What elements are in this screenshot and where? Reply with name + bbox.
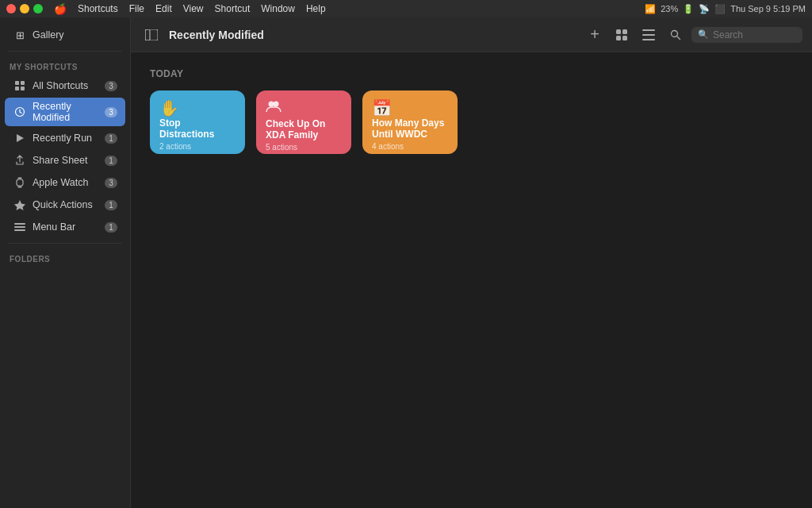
svg-rect-8 — [18, 187, 22, 188]
sidebar-item-gallery[interactable]: ⊞ Gallery — [5, 25, 125, 45]
shortcut-card-xda-family[interactable]: Check Up On XDA Family 5 actions — [256, 90, 351, 154]
svg-rect-13 — [145, 29, 150, 40]
sidebar-label-recently-run: Recently Run — [33, 133, 105, 144]
badge-quick-actions: 1 — [105, 200, 117, 210]
grid-view-button[interactable] — [611, 24, 633, 46]
main-content: Recently Modified + — [131, 17, 812, 508]
menu-help[interactable]: Help — [306, 3, 326, 14]
sidebar-item-apple-watch[interactable]: Apple Watch 3 — [5, 172, 125, 193]
badge-share-sheet: 1 — [105, 156, 117, 166]
stop-distractions-name: Stop Distractions — [159, 117, 236, 140]
shortcut-card-stop-distractions[interactable]: ✋ Stop Distractions 2 actions — [150, 90, 245, 154]
search-toggle-button[interactable] — [665, 24, 687, 46]
share-sheet-icon — [13, 153, 27, 167]
sidebar-label-menu-bar: Menu Bar — [33, 221, 105, 233]
battery-text: 23% — [661, 4, 678, 13]
badge-recently-modified: 3 — [105, 107, 117, 117]
svg-rect-18 — [622, 36, 627, 40]
shortcut-card-wwdc[interactable]: 📅 How Many Days Until WWDC 4 actions — [362, 90, 458, 154]
menu-extras-icon: ⬛ — [714, 4, 726, 14]
fullscreen-button[interactable] — [33, 4, 43, 13]
sidebar-item-recently-modified[interactable]: Recently Modified 3 — [5, 98, 125, 126]
menu-file[interactable]: File — [129, 3, 144, 14]
svg-rect-21 — [642, 39, 655, 40]
sidebar-item-menu-bar[interactable]: Menu Bar 1 — [5, 217, 125, 237]
svg-marker-5 — [17, 134, 24, 142]
sidebar-divider-1 — [8, 51, 122, 52]
svg-rect-11 — [14, 226, 25, 228]
search-box[interactable]: 🔍 — [691, 27, 802, 43]
svg-rect-15 — [616, 29, 621, 34]
titlebar-left: 🍎 Shortcuts File Edit View Shortcut Wind… — [6, 3, 326, 15]
stop-distractions-actions: 2 actions — [159, 142, 236, 151]
menu-bar-icon — [13, 220, 27, 234]
svg-rect-12 — [14, 229, 25, 231]
sidebar-item-recently-run[interactable]: Recently Run 1 — [5, 128, 125, 148]
svg-rect-7 — [18, 178, 22, 179]
svg-rect-19 — [642, 29, 655, 31]
sidebar-label-apple-watch: Apple Watch — [33, 177, 105, 188]
titlebar: 🍎 Shortcuts File Edit View Shortcut Wind… — [0, 0, 812, 17]
svg-rect-0 — [15, 81, 19, 85]
svg-point-23 — [269, 102, 274, 107]
stop-distractions-icon: ✋ — [159, 98, 236, 117]
svg-rect-14 — [145, 29, 158, 40]
svg-rect-3 — [21, 87, 25, 90]
close-button[interactable] — [6, 4, 16, 13]
xda-family-icon — [266, 98, 342, 118]
wwdc-info: How Many Days Until WWDC 4 actions — [372, 117, 448, 151]
badge-apple-watch: 3 — [105, 178, 117, 188]
recently-run-icon — [13, 131, 27, 145]
apple-menu[interactable]: 🍎 — [54, 3, 67, 15]
sidebar-label-all: All Shortcuts — [33, 80, 105, 91]
menu-shortcuts[interactable]: Shortcuts — [78, 3, 118, 14]
wwdc-name: How Many Days Until WWDC — [372, 117, 448, 140]
xda-family-actions: 5 actions — [266, 143, 342, 152]
my-shortcuts-section: My Shortcuts — [0, 56, 130, 75]
sidebar-label-share-sheet: Share Sheet — [33, 155, 105, 166]
sidebar-item-quick-actions[interactable]: Quick Actions 1 — [5, 194, 125, 215]
sidebar-item-share-sheet[interactable]: Share Sheet 1 — [5, 150, 125, 171]
menu-view[interactable]: View — [183, 3, 204, 14]
menu-shortcut[interactable]: Shortcut — [215, 3, 251, 14]
minimize-button[interactable] — [20, 4, 29, 13]
network-icon: 📶 — [645, 4, 656, 14]
svg-rect-16 — [622, 29, 627, 34]
traffic-lights — [6, 4, 43, 13]
sidebar-label-quick-actions: Quick Actions — [33, 199, 105, 210]
app-container: ⊞ Gallery My Shortcuts All Shortcuts 3 — [0, 17, 812, 508]
sidebar-label-gallery: Gallery — [33, 29, 117, 40]
apple-watch-icon — [13, 175, 27, 190]
xda-family-name: Check Up On XDA Family — [266, 118, 342, 141]
status-bar: 📶 23% 🔋 📡 ⬛ Thu Sep 9 5:19 PM — [645, 4, 806, 14]
sidebar-label-recently-modified: Recently Modified — [33, 101, 105, 123]
search-input[interactable] — [713, 29, 792, 40]
section-date-label: Today — [150, 68, 793, 79]
xda-family-info: Check Up On XDA Family 5 actions — [266, 118, 342, 152]
stop-distractions-info: Stop Distractions 2 actions — [159, 117, 236, 151]
sidebar-toggle-button[interactable] — [140, 24, 163, 46]
sidebar-divider-2 — [8, 243, 122, 244]
menu-edit[interactable]: Edit — [155, 3, 172, 14]
toolbar-title: Recently Modified — [169, 29, 577, 41]
recently-modified-icon — [13, 105, 27, 119]
svg-point-22 — [672, 30, 678, 37]
svg-rect-17 — [616, 36, 621, 40]
svg-marker-9 — [14, 200, 25, 210]
datetime: Thu Sep 9 5:19 PM — [730, 4, 806, 13]
wwdc-icon: 📅 — [372, 98, 448, 117]
svg-point-24 — [274, 102, 279, 107]
wifi-icon: 📡 — [699, 4, 710, 14]
svg-rect-1 — [21, 81, 25, 85]
svg-rect-6 — [17, 179, 23, 186]
battery-icon: 🔋 — [683, 4, 694, 14]
wwdc-actions: 4 actions — [372, 142, 448, 151]
folders-section: Folders — [0, 248, 130, 267]
menu-window[interactable]: Window — [261, 3, 295, 14]
shortcuts-grid: ✋ Stop Distractions 2 actions — [150, 90, 793, 154]
badge-all-shortcuts: 3 — [105, 81, 117, 91]
svg-rect-2 — [15, 87, 19, 90]
list-view-button[interactable] — [638, 24, 660, 46]
sidebar-item-all-shortcuts[interactable]: All Shortcuts 3 — [5, 75, 125, 96]
add-button[interactable]: + — [584, 24, 606, 46]
